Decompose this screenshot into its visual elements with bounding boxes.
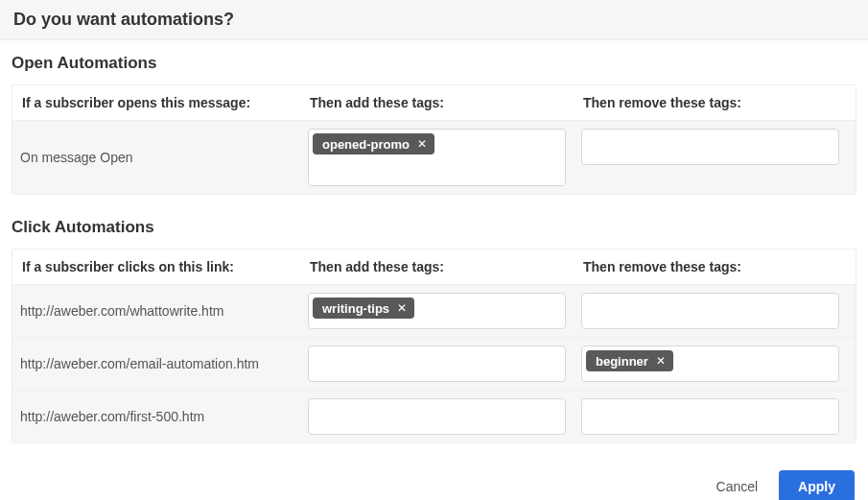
click-col3-header: Then remove these tags:: [574, 250, 847, 284]
tag-remove-icon[interactable]: ✕: [395, 301, 409, 315]
tag-chip: writing-tips✕: [313, 298, 414, 319]
remove-tags-cell: [574, 121, 847, 194]
add-tags-input[interactable]: writing-tips✕: [308, 293, 566, 329]
open-grid-header: If a subscriber opens this message: Then…: [12, 85, 856, 121]
tag-chip: beginner✕: [586, 350, 673, 371]
cancel-button[interactable]: Cancel: [713, 471, 762, 500]
click-link-text: http://aweber.com/first-500.htm: [20, 409, 204, 424]
remove-tags-input[interactable]: [581, 293, 839, 329]
click-link-cell: http://aweber.com/email-automation.htm: [12, 338, 300, 390]
footer-actions: Cancel Apply: [0, 443, 868, 500]
open-col1-header: If a subscriber opens this message:: [12, 85, 300, 120]
open-automation-row: On message Openopened-promo✕: [12, 121, 856, 194]
tag-label: beginner: [596, 355, 648, 368]
tag-remove-icon[interactable]: ✕: [415, 137, 429, 151]
click-automation-row: http://aweber.com/whattowrite.htmwriting…: [12, 285, 856, 338]
click-col2-header: Then add these tags:: [300, 250, 574, 284]
click-link-cell: http://aweber.com/whattowrite.htm: [12, 285, 300, 337]
click-link-cell: http://aweber.com/first-500.htm: [12, 391, 300, 442]
open-automations-grid: If a subscriber opens this message: Then…: [12, 84, 856, 195]
tag-label: writing-tips: [322, 302, 389, 315]
click-col1-header: If a subscriber clicks on this link:: [12, 250, 300, 284]
click-automations-grid: If a subscriber clicks on this link: The…: [12, 249, 856, 443]
apply-button[interactable]: Apply: [779, 470, 855, 500]
add-tags-cell: [300, 391, 574, 442]
open-col3-header: Then remove these tags:: [574, 85, 847, 120]
open-trigger-text: On message Open: [20, 150, 133, 165]
page-title: Do you want automations?: [13, 10, 855, 30]
tag-remove-icon[interactable]: ✕: [654, 354, 668, 368]
tag-label: opened-promo: [322, 138, 410, 151]
add-tags-input[interactable]: opened-promo✕: [308, 129, 566, 186]
click-automations-title: Click Automations: [12, 218, 862, 237]
remove-tags-input[interactable]: beginner✕: [581, 345, 839, 382]
page-header: Do you want automations?: [0, 0, 868, 40]
remove-tags-cell: [574, 391, 847, 442]
remove-tags-input[interactable]: [581, 398, 839, 435]
click-automations-section: Click Automations If a subscriber clicks…: [0, 195, 868, 443]
remove-tags-input[interactable]: [581, 129, 839, 165]
add-tags-cell: opened-promo✕: [300, 121, 574, 194]
open-col2-header: Then add these tags:: [300, 85, 574, 120]
open-trigger-cell: On message Open: [12, 121, 300, 194]
add-tags-cell: writing-tips✕: [300, 285, 574, 337]
remove-tags-cell: [574, 285, 847, 337]
click-grid-header: If a subscriber clicks on this link: The…: [12, 250, 856, 285]
click-link-text: http://aweber.com/email-automation.htm: [20, 356, 259, 371]
click-automation-row: http://aweber.com/email-automation.htmbe…: [12, 338, 856, 391]
open-automations-title: Open Automations: [12, 54, 862, 73]
add-tags-input[interactable]: [308, 398, 566, 435]
tag-chip: opened-promo✕: [313, 133, 434, 155]
open-automations-section: Open Automations If a subscriber opens t…: [0, 40, 868, 195]
add-tags-cell: [300, 338, 574, 390]
click-link-text: http://aweber.com/whattowrite.htm: [20, 303, 223, 319]
add-tags-input[interactable]: [308, 345, 566, 382]
click-automation-row: http://aweber.com/first-500.htm: [12, 391, 856, 442]
remove-tags-cell: beginner✕: [574, 338, 847, 390]
